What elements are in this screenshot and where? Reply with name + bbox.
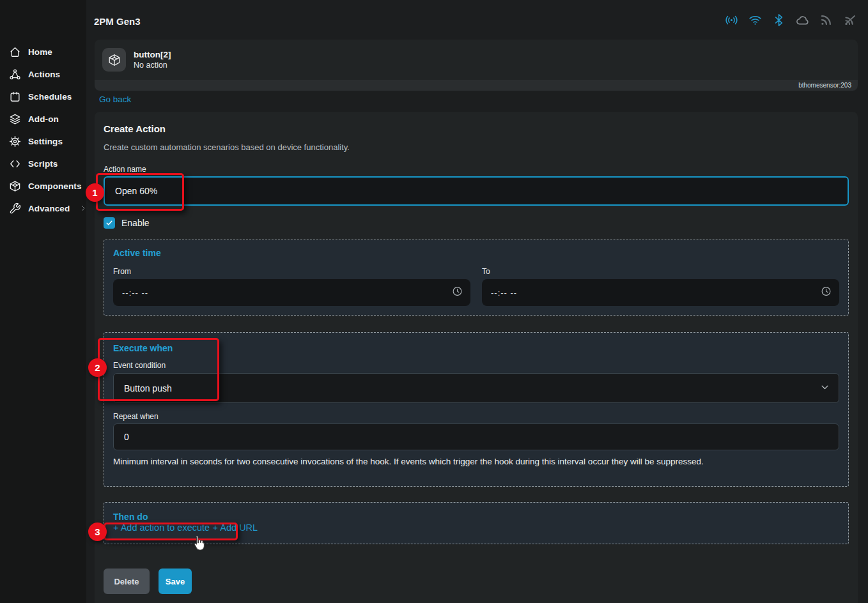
- action-name-label: Action name: [104, 165, 849, 174]
- mqtt-icon: [819, 13, 833, 27]
- action-name-input[interactable]: [104, 176, 849, 206]
- components-icon: [9, 180, 21, 192]
- active-time-title: Active time: [113, 248, 839, 258]
- schedules-icon: [9, 91, 21, 103]
- from-time-input[interactable]: --:-- --: [113, 279, 470, 306]
- sidebar-item-actions[interactable]: Actions: [0, 63, 86, 86]
- device-card-header[interactable]: button[2] No action: [95, 40, 858, 80]
- enable-row[interactable]: Enable: [104, 217, 849, 229]
- outbound-websocket-icon: [843, 13, 856, 27]
- form-buttons: Delete Save: [104, 569, 849, 594]
- sidebar-item-label: Advanced: [28, 204, 70, 213]
- device-card-text: button[2] No action: [134, 50, 171, 70]
- app-window: Home Actions Schedules Add-on Settings S…: [0, 0, 868, 603]
- settings-icon: [9, 135, 21, 148]
- scripts-icon: [9, 158, 21, 170]
- sidebar-item-home[interactable]: Home: [0, 41, 86, 63]
- device-tile: [102, 48, 126, 72]
- addon-icon: [9, 113, 21, 125]
- enable-label: Enable: [121, 218, 150, 228]
- sidebar: Home Actions Schedules Add-on Settings S…: [0, 0, 86, 603]
- access-point-icon: [725, 13, 738, 27]
- sidebar-item-label: Scripts: [28, 159, 58, 169]
- sidebar-item-label: Home: [28, 47, 52, 57]
- repeat-when-input[interactable]: [113, 424, 839, 450]
- create-action-card: Create Action Create custom automation s…: [95, 112, 858, 603]
- execute-when-title: Execute when: [113, 343, 839, 353]
- clock-icon[interactable]: [452, 286, 463, 300]
- sidebar-item-addon[interactable]: Add-on: [0, 108, 86, 130]
- event-condition-value: Button push: [124, 383, 172, 393]
- home-icon: [9, 46, 21, 58]
- wifi-icon: [748, 13, 762, 27]
- to-label: To: [482, 267, 839, 276]
- sidebar-item-label: Actions: [28, 70, 60, 79]
- advanced-icon: [9, 202, 21, 215]
- clock-icon[interactable]: [821, 286, 832, 300]
- enable-checkbox[interactable]: [104, 217, 115, 229]
- device-component-name: button[2]: [134, 50, 171, 59]
- device-component-status: No action: [134, 61, 171, 70]
- status-icon-bar: [725, 13, 856, 27]
- bluetooth-icon: [772, 13, 786, 27]
- active-time-from: From --:-- --: [113, 267, 470, 306]
- sidebar-item-settings[interactable]: Settings: [0, 130, 86, 153]
- check-icon: [105, 219, 113, 227]
- active-time-row: From --:-- -- To --:-- --: [113, 267, 839, 306]
- to-time-placeholder: --:-- --: [491, 288, 517, 298]
- repeat-when-label: Repeat when: [113, 412, 839, 421]
- active-time-to: To --:-- --: [482, 267, 839, 306]
- from-time-placeholder: --:-- --: [122, 288, 148, 298]
- page-title: 2PM Gen3: [94, 16, 141, 27]
- sidebar-item-label: Settings: [28, 137, 63, 146]
- add-action-link[interactable]: + Add action to execute: [113, 523, 210, 533]
- sidebar-item-label: Add-on: [28, 114, 59, 124]
- add-url-link[interactable]: + Add URL: [213, 523, 258, 533]
- then-do-title: Then do: [113, 512, 839, 522]
- create-action-title: Create Action: [104, 123, 849, 135]
- from-label: From: [113, 267, 470, 276]
- create-action-subtitle: Create custom automation scenarios based…: [104, 142, 849, 152]
- cloud-icon: [796, 13, 809, 27]
- sidebar-item-scripts[interactable]: Scripts: [0, 153, 86, 175]
- then-do-section: Then do + Add action to execute + Add UR…: [104, 502, 849, 544]
- sidebar-item-components[interactable]: Components: [0, 175, 86, 197]
- event-condition-select[interactable]: Button push: [113, 373, 839, 403]
- sidebar-item-label: Schedules: [28, 92, 72, 102]
- device-card-footer: bthomesensor:203: [95, 80, 858, 91]
- actions-icon: [9, 68, 21, 80]
- go-back-link[interactable]: Go back: [99, 95, 131, 104]
- device-card: button[2] No action bthomesensor:203: [95, 40, 858, 91]
- sidebar-item-advanced[interactable]: Advanced: [0, 197, 86, 220]
- component-cube-icon: [107, 53, 121, 67]
- to-time-input[interactable]: --:-- --: [482, 279, 839, 306]
- active-time-section: Active time From --:-- -- To --:-- --: [104, 240, 849, 316]
- chevron-right-icon: [79, 203, 87, 215]
- save-button[interactable]: Save: [159, 569, 192, 594]
- sidebar-item-label: Components: [28, 181, 82, 191]
- event-condition-label: Event condition: [113, 361, 839, 370]
- execute-when-section: Execute when Event condition Button push…: [104, 332, 849, 487]
- chevron-down-icon: [820, 382, 830, 394]
- repeat-when-help: Minimum interval in seconds for two cons…: [113, 457, 839, 467]
- sidebar-item-schedules[interactable]: Schedules: [0, 86, 86, 108]
- device-id-tag: bthomesensor:203: [798, 82, 851, 89]
- delete-button[interactable]: Delete: [104, 569, 150, 594]
